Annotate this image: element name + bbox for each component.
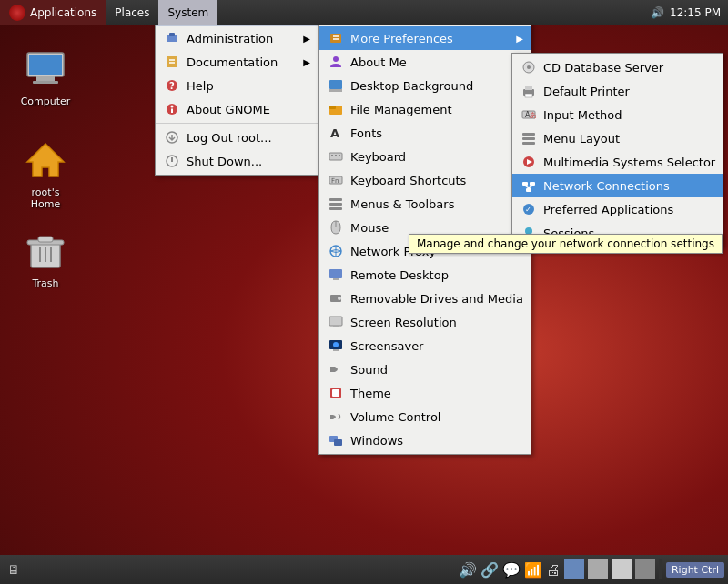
shutdown-icon	[163, 152, 181, 170]
menu-item-file-mgmt[interactable]: File Management	[319, 97, 531, 121]
volume-icon[interactable]: 🔊	[651, 6, 664, 19]
menu-item-about-gnome[interactable]: About GNOME	[156, 97, 318, 121]
menu-item-menus-toolbars[interactable]: Menus & Toolbars	[319, 192, 531, 216]
color-swatch-blue	[564, 559, 584, 579]
keyboard-layout-indicator[interactable]: Right Ctrl	[666, 562, 724, 578]
svg-line-80	[529, 186, 532, 188]
menu-item-removable-drives[interactable]: Removable Drives and Media	[319, 287, 531, 310]
svg-rect-52	[329, 317, 342, 326]
svg-rect-39	[339, 155, 340, 156]
logout-icon	[163, 128, 181, 146]
menu-item-keyboard[interactable]: Keyboard	[319, 145, 531, 168]
removable-drives-icon	[327, 289, 345, 307]
network-connections-label: Network Connections	[543, 179, 715, 193]
computer-desktop-icon[interactable]: Computer	[9, 44, 82, 112]
tray-icon-2[interactable]: 🔗	[480, 561, 499, 579]
menu-item-sound[interactable]: Sound	[319, 357, 531, 381]
input-method-label: Input Method	[543, 108, 715, 122]
computer-icon-img	[24, 47, 67, 91]
menu-layout-label: Menu Layout	[543, 132, 715, 146]
system-menu-btn[interactable]: System	[158, 0, 217, 25]
trash-icon-img	[24, 229, 67, 273]
svg-rect-32	[329, 89, 342, 92]
menu-item-shutdown[interactable]: Shut Down...	[156, 149, 318, 173]
svg-point-30	[333, 56, 339, 62]
svg-rect-38	[335, 155, 337, 156]
tray-icon-5[interactable]: 🖨	[546, 561, 561, 579]
menu-item-remote-desktop[interactable]: Remote Desktop	[319, 263, 531, 287]
places-menu-btn[interactable]: Places	[106, 0, 158, 25]
svg-rect-42	[329, 198, 342, 201]
tray-icon-4[interactable]: 📶	[524, 561, 542, 579]
about-me-label: About Me	[350, 55, 523, 69]
tray-icon-1[interactable]: 🔊	[459, 561, 477, 579]
preferred-apps-label: Preferred Applications	[543, 203, 715, 216]
keyboard-shortcuts-icon: Fn	[327, 171, 345, 189]
svg-rect-57	[330, 367, 335, 372]
menu-item-input-method[interactable]: Aあ Input Method	[512, 103, 723, 126]
svg-point-51	[338, 297, 341, 300]
menu-item-about-me[interactable]: About Me	[319, 50, 531, 74]
panel-divider	[659, 559, 662, 579]
trash-desktop-icon[interactable]: Trash	[9, 226, 82, 294]
menu-item-screen-resolution[interactable]: Screen Resolution	[319, 310, 531, 334]
desktop: Applications Places System 🔊 12:15 PM Co	[0, 0, 728, 584]
input-method-icon: Aあ	[520, 106, 538, 124]
about-gnome-icon	[163, 100, 181, 118]
applications-menu-btn[interactable]: Applications	[0, 0, 106, 25]
menu-sep-1	[156, 123, 318, 124]
screensaver-label: Screensaver	[350, 339, 523, 353]
menu-item-cd-database[interactable]: CD Database Server	[512, 55, 723, 79]
svg-text:あ: あ	[530, 111, 536, 119]
menu-item-desktop-bg[interactable]: Desktop Background	[319, 74, 531, 97]
keyboard-icon	[327, 147, 345, 166]
more-preferences-menu: CD Database Server Default Printer Aあ In…	[511, 53, 723, 247]
home-icon-img	[24, 138, 67, 182]
network-connections-tooltip: Manage and change your network connectio…	[409, 234, 723, 254]
menu-item-windows[interactable]: Windows	[319, 428, 531, 452]
bottom-panel-left: 🖥	[4, 559, 24, 579]
home-label: root's Home	[13, 186, 78, 211]
documentation-label: Documentation	[187, 55, 294, 69]
svg-rect-7	[38, 237, 53, 242]
menu-item-network-connections[interactable]: Network Connections	[512, 174, 723, 197]
svg-rect-43	[329, 203, 342, 206]
svg-rect-53	[333, 326, 339, 327]
menu-item-keyboard-shortcuts[interactable]: Fn Keyboard Shortcuts	[319, 168, 531, 192]
menu-item-screensaver[interactable]: Screensaver	[319, 334, 531, 357]
menu-item-volume-control[interactable]: Volume Control	[319, 405, 531, 428]
menu-item-menu-layout[interactable]: Menu Layout	[512, 126, 723, 150]
mouse-label: Mouse	[350, 221, 523, 235]
menu-item-theme[interactable]: Theme	[319, 381, 531, 405]
svg-rect-34	[329, 106, 336, 109]
theme-label: Theme	[350, 387, 523, 400]
multimedia-selector-icon	[520, 153, 538, 171]
show-desktop-btn[interactable]: 🖥	[4, 559, 24, 579]
cd-database-icon	[520, 58, 538, 76]
keyboard-label: Keyboard	[350, 150, 523, 164]
menu-item-documentation[interactable]: Documentation ▶	[156, 50, 318, 74]
menu-item-preferred-apps[interactable]: ✓ Preferred Applications	[512, 197, 723, 221]
menu-item-default-printer[interactable]: Default Printer	[512, 79, 723, 103]
desktop-bg-label: Desktop Background	[350, 79, 523, 93]
svg-rect-14	[169, 33, 175, 36]
home-desktop-icon[interactable]: root's Home	[9, 135, 82, 215]
svg-rect-1	[29, 55, 62, 75]
more-prefs-label: More Preferences	[350, 32, 507, 45]
preferred-apps-icon: ✓	[520, 200, 538, 218]
color-swatch-gray2	[612, 559, 632, 579]
computer-label: Computer	[18, 95, 74, 108]
menu-item-fonts[interactable]: A Fonts	[319, 121, 531, 145]
sound-icon	[327, 360, 345, 378]
menu-item-help[interactable]: ? Help	[156, 74, 318, 97]
menu-item-more-prefs[interactable]: More Preferences ▶	[319, 26, 531, 50]
menu-item-logout[interactable]: Log Out root...	[156, 126, 318, 149]
svg-rect-73	[522, 142, 535, 145]
system-menu: Preferences ▶ Administration ▶ Documenta…	[155, 0, 318, 176]
menu-item-multimedia-selector[interactable]: Multimedia Systems Selector	[512, 150, 723, 174]
menu-item-administration[interactable]: Administration ▶	[156, 26, 318, 50]
tray-icon-3[interactable]: 💬	[502, 561, 521, 579]
volume-control-icon	[327, 408, 345, 426]
svg-rect-48	[329, 269, 342, 278]
svg-rect-15	[167, 56, 177, 67]
